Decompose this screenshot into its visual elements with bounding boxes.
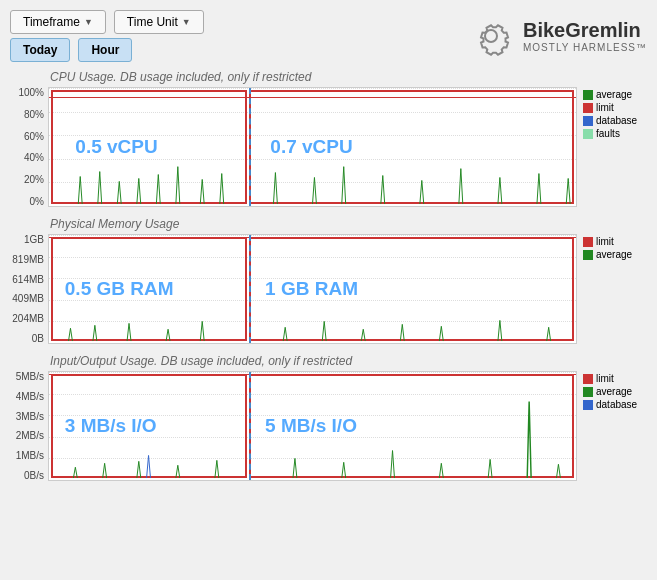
legend-database-dot	[583, 116, 593, 126]
legend-limit-dot	[583, 374, 593, 384]
legend-faults: faults	[583, 128, 647, 139]
timeframe-label: Timeframe	[23, 15, 80, 29]
legend-faults-dot	[583, 129, 593, 139]
io-title: Input/Output Usage. DB usage included, o…	[50, 354, 647, 368]
cpu-y-axis: 100% 80% 60% 40% 20% 0%	[10, 87, 48, 207]
top-controls: Timeframe ▼ Time Unit ▼ Today Hour	[10, 10, 204, 62]
legend-average: average	[583, 249, 647, 260]
legend-limit-dot	[583, 237, 593, 247]
cpu-legend: average limit database faults	[577, 87, 647, 207]
memory-chart-inner: 0.5 GB RAM 1 GB RAM	[49, 235, 576, 343]
hour-label: Hour	[91, 43, 119, 57]
logo-text: BikeGremlin MOSTLY HARMLESS™	[523, 18, 647, 54]
hour-button[interactable]: Hour	[78, 38, 132, 62]
legend-limit: limit	[583, 236, 647, 247]
legend-limit: limit	[583, 373, 647, 384]
legend-database-dot	[583, 400, 593, 410]
timeframe-arrow: ▼	[84, 17, 93, 27]
today-button[interactable]: Today	[10, 38, 70, 62]
memory-chart-area: 0.5 GB RAM 1 GB RAM	[48, 234, 577, 344]
logo-area: BikeGremlin MOSTLY HARMLESS™	[467, 12, 647, 60]
top-bar: Timeframe ▼ Time Unit ▼ Today Hour BikeG…	[10, 10, 647, 62]
cpu-chart-inner: 0.5 vCPU 0.7 vCPU	[49, 88, 576, 206]
dropdown-row: Timeframe ▼ Time Unit ▼	[10, 10, 204, 34]
legend-average: average	[583, 386, 647, 397]
gear-icon	[467, 12, 515, 60]
cpu-title: CPU Usage. DB usage included, only if re…	[50, 70, 647, 84]
brand-name: BikeGremlin	[523, 18, 647, 42]
memory-title: Physical Memory Usage	[50, 217, 647, 231]
selection-row: Today Hour	[10, 38, 204, 62]
legend-database: database	[583, 399, 647, 410]
legend-average-dot	[583, 90, 593, 100]
brand-tagline: MOSTLY HARMLESS™	[523, 42, 647, 54]
io-spikes	[49, 372, 576, 480]
legend-average-dot	[583, 387, 593, 397]
today-label: Today	[23, 43, 57, 57]
grid-line	[49, 206, 576, 207]
io-section: Input/Output Usage. DB usage included, o…	[10, 354, 647, 481]
memory-section: Physical Memory Usage 1GB 819MB 614MB 40…	[10, 217, 647, 344]
cpu-spikes	[49, 88, 576, 206]
memory-legend: limit average	[577, 234, 647, 344]
io-chart-wrapper: 5MB/s 4MB/s 3MB/s 2MB/s 1MB/s 0B/s 3 MB/…	[10, 371, 647, 481]
timeframe-dropdown[interactable]: Timeframe ▼	[10, 10, 106, 34]
io-chart-inner: 3 MB/s I/O 5 MB/s I/O	[49, 372, 576, 480]
legend-database: database	[583, 115, 647, 126]
legend-limit: limit	[583, 102, 647, 113]
cpu-section: CPU Usage. DB usage included, only if re…	[10, 70, 647, 207]
timeunit-label: Time Unit	[127, 15, 178, 29]
memory-spikes	[49, 235, 576, 343]
io-y-axis: 5MB/s 4MB/s 3MB/s 2MB/s 1MB/s 0B/s	[10, 371, 48, 481]
timeunit-dropdown[interactable]: Time Unit ▼	[114, 10, 204, 34]
legend-average: average	[583, 89, 647, 100]
timeunit-arrow: ▼	[182, 17, 191, 27]
legend-average-dot	[583, 250, 593, 260]
cpu-chart-area: 0.5 vCPU 0.7 vCPU	[48, 87, 577, 207]
legend-limit-dot	[583, 103, 593, 113]
memory-chart-wrapper: 1GB 819MB 614MB 409MB 204MB 0B 0.5 GB RA…	[10, 234, 647, 344]
cpu-chart-wrapper: 100% 80% 60% 40% 20% 0%	[10, 87, 647, 207]
io-chart-area: 3 MB/s I/O 5 MB/s I/O	[48, 371, 577, 481]
io-legend: limit average database	[577, 371, 647, 481]
memory-y-axis: 1GB 819MB 614MB 409MB 204MB 0B	[10, 234, 48, 344]
